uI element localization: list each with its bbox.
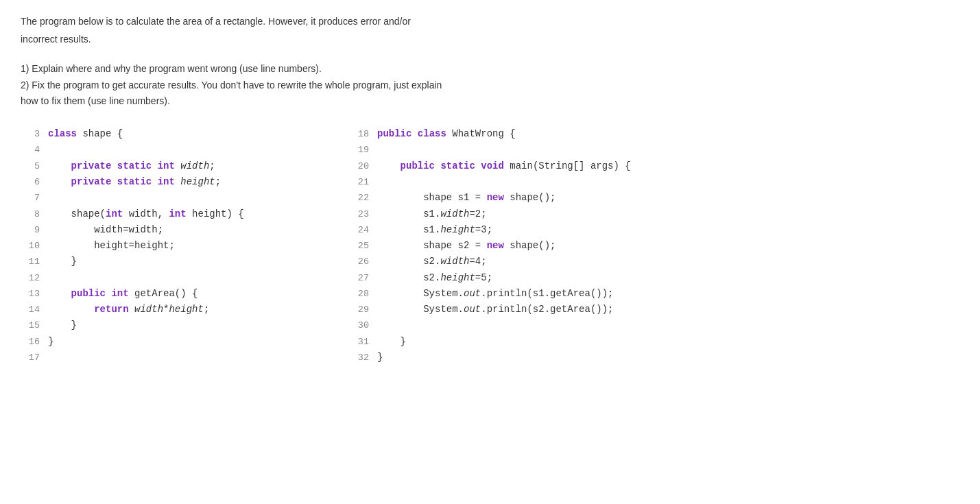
code-line-5: 5 private static int width;	[21, 158, 309, 174]
desc-line1: The program below is to calculate the ar…	[21, 14, 501, 29]
code-line-29: 29 System.out.println(s2.getArea());	[350, 302, 638, 317]
desc-line2: incorrect results.	[21, 32, 501, 47]
code-line-4: 4	[21, 142, 309, 158]
code-area: 3 class shape { 4 5 private static int w…	[21, 126, 959, 365]
line-num-8: 8	[21, 207, 40, 222]
code-line-6: 6 private static int height;	[21, 174, 309, 190]
line-27-content: s2.height=5;	[377, 270, 492, 286]
instruction3: how to fix them (use line numbers).	[21, 93, 501, 110]
line-num-16: 16	[21, 335, 40, 350]
line-num-13: 13	[21, 287, 40, 302]
code-line-15: 15 }	[21, 317, 309, 333]
line-29-content: System.out.println(s2.getArea());	[377, 302, 613, 317]
line-num-11: 11	[21, 254, 40, 269]
code-line-12: 12	[21, 270, 309, 286]
instruction1: 1) Explain where and why the program wen…	[21, 61, 501, 77]
line-num-30: 30	[350, 318, 369, 333]
line-num-32: 32	[350, 350, 369, 365]
code-line-8: 8 shape(int width, int height) {	[21, 206, 309, 222]
line-24-content: s1.height=3;	[377, 222, 492, 238]
line-13-content: public int getArea() {	[48, 286, 198, 302]
line-28-content: System.out.println(s1.getArea());	[377, 286, 613, 302]
line-num-10: 10	[21, 239, 40, 254]
line-num-29: 29	[350, 302, 369, 317]
line-num-12: 12	[21, 271, 40, 286]
line-num-26: 26	[350, 254, 369, 269]
line-10-content: height=height;	[48, 238, 175, 254]
line-32-content: }	[377, 350, 383, 365]
code-line-14: 14 return width*height;	[21, 302, 309, 317]
line-num-17: 17	[21, 350, 40, 365]
code-line-28: 28 System.out.println(s1.getArea());	[350, 286, 638, 302]
line-num-20: 20	[350, 159, 369, 174]
code-line-20: 20 public static void main(String[] args…	[350, 158, 638, 174]
line-num-5: 5	[21, 159, 40, 174]
code-line-10: 10 height=height;	[21, 238, 309, 254]
line-num-24: 24	[350, 223, 369, 238]
instructions-block: 1) Explain where and why the program wen…	[21, 61, 501, 110]
code-line-9: 9 width=width;	[21, 222, 309, 238]
line-num-3: 3	[21, 127, 40, 142]
line-30-content	[377, 317, 383, 333]
line-19-content	[377, 142, 383, 158]
line-7-content	[48, 190, 53, 206]
line-3-content: class shape {	[48, 126, 123, 142]
left-code-column: 3 class shape { 4 5 private static int w…	[21, 126, 309, 365]
line-num-23: 23	[350, 207, 369, 222]
instruction2: 2) Fix the program to get accurate resul…	[21, 77, 501, 94]
line-18-content: public class WhatWrong {	[377, 126, 516, 142]
line-num-6: 6	[21, 175, 40, 190]
line-5-content: private static int width;	[48, 158, 215, 174]
line-14-content: return width*height;	[48, 302, 209, 317]
code-line-30: 30	[350, 317, 638, 333]
line-22-content: shape s1 = new shape();	[377, 190, 555, 206]
line-8-content: shape(int width, int height) {	[48, 206, 244, 222]
line-num-14: 14	[21, 302, 40, 317]
code-line-13: 13 public int getArea() {	[21, 286, 309, 302]
line-num-9: 9	[21, 223, 40, 238]
code-line-21: 21	[350, 174, 638, 190]
code-line-16: 16 }	[21, 334, 309, 350]
description-block: The program below is to calculate the ar…	[21, 14, 501, 47]
code-line-22: 22 shape s1 = new shape();	[350, 190, 638, 206]
line-num-4: 4	[21, 143, 40, 158]
code-line-32: 32 }	[350, 350, 638, 365]
line-6-content: private static int height;	[48, 174, 221, 190]
line-num-28: 28	[350, 287, 369, 302]
code-line-18: 18 public class WhatWrong {	[350, 126, 638, 142]
line-16-content: }	[48, 334, 53, 350]
code-line-3: 3 class shape {	[21, 126, 309, 142]
code-line-11: 11 }	[21, 254, 309, 269]
line-11-content: }	[48, 254, 77, 269]
line-21-content	[377, 174, 383, 190]
line-num-18: 18	[350, 127, 369, 142]
code-line-26: 26 s2.width=4;	[350, 254, 638, 269]
line-20-content: public static void main(String[] args) {	[377, 158, 631, 174]
line-31-content: }	[377, 334, 406, 350]
line-num-25: 25	[350, 239, 369, 254]
code-line-19: 19	[350, 142, 638, 158]
line-12-content	[48, 270, 53, 286]
line-num-15: 15	[21, 318, 40, 333]
right-code-column: 18 public class WhatWrong { 19 20 public…	[350, 126, 638, 365]
code-line-27: 27 s2.height=5;	[350, 270, 638, 286]
code-line-25: 25 shape s2 = new shape();	[350, 238, 638, 254]
code-line-23: 23 s1.width=2;	[350, 206, 638, 222]
line-4-content	[48, 142, 53, 158]
line-num-7: 7	[21, 191, 40, 206]
line-num-27: 27	[350, 271, 369, 286]
line-num-31: 31	[350, 335, 369, 350]
line-25-content: shape s2 = new shape();	[377, 238, 555, 254]
line-9-content: width=width;	[48, 222, 163, 238]
code-line-7: 7	[21, 190, 309, 206]
line-15-content: }	[48, 317, 77, 333]
code-line-17: 17	[21, 350, 309, 365]
line-23-content: s1.width=2;	[377, 206, 487, 222]
code-line-31: 31 }	[350, 334, 638, 350]
line-num-19: 19	[350, 143, 369, 158]
line-num-21: 21	[350, 175, 369, 190]
code-line-24: 24 s1.height=3;	[350, 222, 638, 238]
line-26-content: s2.width=4;	[377, 254, 487, 269]
line-num-22: 22	[350, 191, 369, 206]
line-17-content	[48, 350, 53, 365]
